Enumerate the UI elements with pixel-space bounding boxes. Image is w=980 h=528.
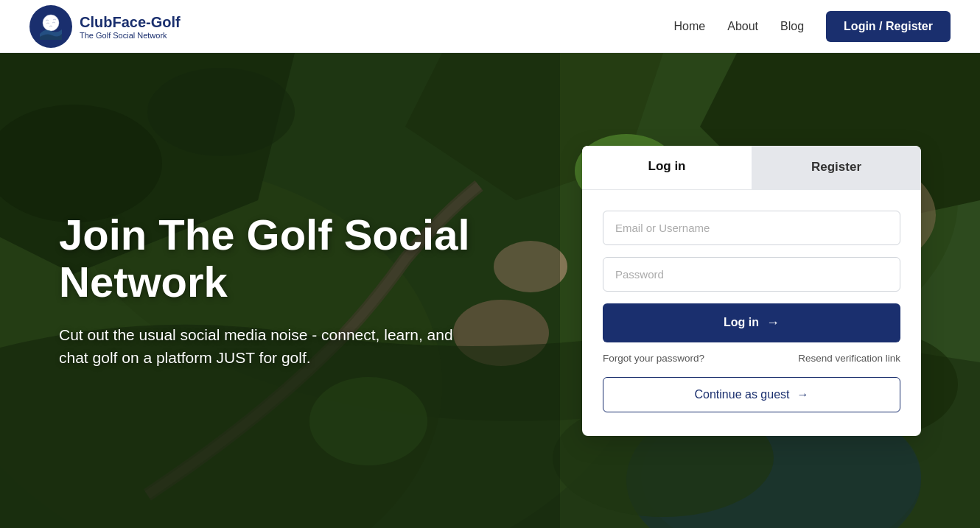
username-field-group: [603, 211, 900, 245]
email-username-input[interactable]: [603, 211, 900, 245]
login-submit-label: Log in: [724, 316, 759, 329]
forgot-password-link[interactable]: Forgot your password?: [603, 353, 704, 364]
hero-heading: Join The Golf Social Network: [59, 211, 486, 306]
continue-as-guest-button[interactable]: Continue as guest →: [603, 377, 900, 412]
login-form-body: Log in → Forgot your password? Resend ve…: [582, 190, 921, 436]
svg-point-0: [43, 15, 59, 31]
tab-login[interactable]: Log in: [582, 146, 752, 189]
header: ClubFace-Golf The Golf Social Network Ho…: [0, 0, 980, 53]
login-submit-button[interactable]: Log in →: [603, 303, 900, 342]
hero-section: Join The Golf Social Network Cut out the…: [0, 53, 980, 528]
nav-item-about[interactable]: About: [727, 20, 758, 33]
hero-text-block: Join The Golf Social Network Cut out the…: [59, 211, 486, 370]
resend-verification-link[interactable]: Resend verification link: [798, 353, 900, 364]
logo[interactable]: ClubFace-Golf The Golf Social Network: [29, 5, 181, 48]
login-card: Log in Register Log in → Forgot your pas…: [582, 146, 921, 436]
form-links-row: Forgot your password? Resend verificatio…: [603, 353, 900, 364]
main-nav: Home About Blog Login / Register: [674, 11, 951, 42]
guest-label: Continue as guest: [695, 388, 790, 401]
hero-subtext: Cut out the usual social media noise - c…: [59, 323, 486, 370]
nav-item-home[interactable]: Home: [674, 20, 706, 33]
auth-tabs: Log in Register: [582, 146, 921, 190]
brand-tagline: The Golf Social Network: [80, 31, 181, 40]
password-input[interactable]: [603, 257, 900, 292]
arrow-right-icon: →: [766, 315, 780, 331]
login-register-button[interactable]: Login / Register: [826, 11, 951, 42]
logo-text: ClubFace-Golf The Golf Social Network: [80, 13, 181, 40]
hero-content: Join The Golf Social Network Cut out the…: [0, 53, 980, 528]
guest-arrow-icon: →: [797, 388, 808, 401]
nav-item-blog[interactable]: Blog: [780, 20, 804, 33]
tab-register[interactable]: Register: [752, 146, 921, 189]
brand-name: ClubFace-Golf: [80, 13, 181, 31]
logo-icon: [29, 5, 72, 48]
password-field-group: [603, 257, 900, 292]
